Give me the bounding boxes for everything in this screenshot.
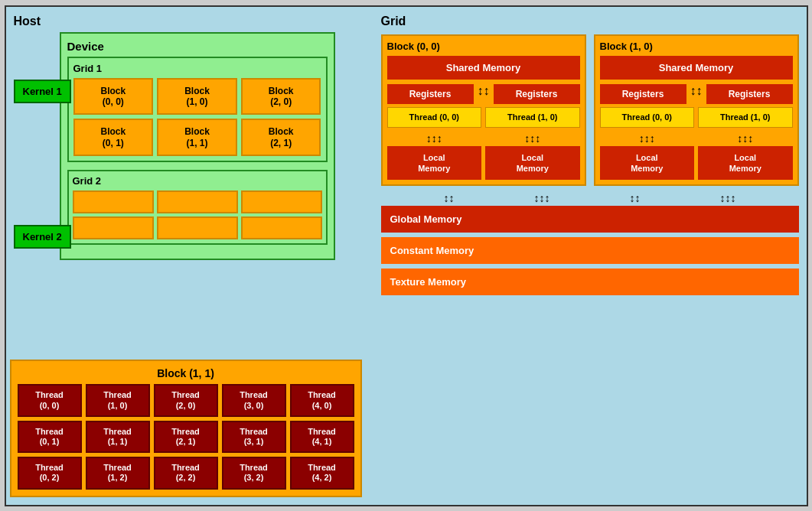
global-memory-bar: Global Memory [381,206,799,233]
thread-10: Thread(1, 0) [86,384,150,416]
thread-20: Thread(2, 0) [154,384,218,416]
thread-11: Thread(1, 1) [86,421,150,453]
arrow-reg-10: ↕↕ [690,84,703,104]
register-00-b: Registers [494,84,580,104]
block-10-title: Block (1, 0) [600,41,793,52]
texture-memory-bar: Texture Memory [381,269,799,295]
registers-row-10: Registers ↕↕ Registers [600,84,793,104]
block-11: Block(1, 1) [157,119,237,156]
register-10-a: Registers [600,84,686,104]
block-area-10: Block (1, 0) Shared Memory Registers ↕↕ … [594,34,799,187]
g2-b3 [241,190,322,213]
host-title: Host [14,15,366,28]
device-title: Device [67,40,328,53]
big-block-title: Block (1, 1) [18,367,354,379]
thread-box-00-a: Thread (0, 0) [387,107,482,128]
local-mem-00-b: LocalMemory [485,146,580,181]
register-10-b: Registers [706,84,793,104]
arrow-down-10-a: ↕↕↕ [639,132,655,145]
global-arrows-row: ↕↕ ↕↕↕ ↕↕ ↕↕↕ [381,192,799,206]
thread-41: Thread(4, 1) [290,421,354,453]
texture-memory-label: Texture Memory [390,276,466,288]
thread-42: Thread(4, 2) [290,457,354,489]
right-panel: Grid Block (0, 0) Shared Memory Register… [373,7,807,505]
local-mem-row-10: LocalMemory LocalMemory [600,146,793,181]
grid-title-right: Grid [381,15,799,28]
thread-30: Thread(3, 0) [222,384,286,416]
kernel1-label: Kernel 1 [23,86,62,97]
shared-memory-10: Shared Memory [600,56,793,80]
kernel1-box: Kernel 1 [14,80,71,103]
block-00: Block(0, 0) [73,78,154,116]
g2-b4 [73,216,154,239]
left-panel: Host Kernel 1 Kernel 2 Device Grid 1 Blo… [6,7,373,505]
shared-memory-00: Shared Memory [387,56,580,80]
main-container: Host Kernel 1 Kernel 2 Device Grid 1 Blo… [5,5,808,506]
thread-31: Thread(3, 1) [222,421,286,453]
arrow-reg-00: ↕↕ [478,84,490,104]
big-block-container: Block (1, 1) Thread(0, 0) Thread(1, 0) T… [10,360,362,496]
thread-12: Thread(1, 2) [86,457,150,489]
kernel2-box: Kernel 2 [14,225,71,249]
grid1-block-grid: Block(0, 0) Block(1, 0) Block(2, 0) Bloc… [73,78,321,157]
g2-b5 [157,216,238,239]
thread-box-10-b: Thread (1, 0) [698,107,793,128]
thread-grid: Thread(0, 0) Thread(1, 0) Thread(2, 0) T… [18,384,354,489]
grid2-block-grid [73,190,322,239]
thread-21: Thread(2, 1) [154,421,218,453]
local-mem-10-a: LocalMemory [600,146,695,181]
block-21: Block(2, 1) [241,119,321,156]
local-mem-10-b: LocalMemory [698,146,793,181]
thread-32: Thread(3, 2) [222,457,286,489]
block-00-title: Block (0, 0) [387,41,580,52]
thread-40: Thread(4, 0) [290,384,354,416]
thread-02: Thread(0, 2) [18,457,82,489]
thread-box-00-b: Thread (1, 0) [485,107,580,128]
block-20: Block(2, 0) [241,78,321,116]
grid1-title: Grid 1 [73,63,321,74]
arrow-down-10-b: ↕↕↕ [737,132,753,145]
grid-area: Block (0, 0) Shared Memory Registers ↕↕ … [381,34,799,187]
thread-00: Thread(0, 0) [18,384,82,416]
device-box: Device Grid 1 Block(0, 0) Block(1, 0) Bl… [60,32,335,261]
grid2-box: Grid 2 [67,170,328,245]
global-memory-label: Global Memory [390,213,462,225]
g2-b6 [241,216,322,239]
block-area-00: Block (0, 0) Shared Memory Registers ↕↕ … [381,34,586,187]
local-mem-00-a: LocalMemory [387,146,482,181]
local-mem-row-00: LocalMemory LocalMemory [387,146,580,181]
grid1-box: Grid 1 Block(0, 0) Block(1, 0) Block(2, … [67,57,328,163]
grid2-title: Grid 2 [73,175,322,187]
thread-box-10-a: Thread (0, 0) [600,107,695,128]
constant-memory-label: Constant Memory [390,245,474,256]
block-10: Block(1, 0) [157,78,237,116]
kernel2-label: Kernel 2 [23,231,62,242]
registers-row-00: Registers ↕↕ Registers [387,84,580,104]
block-01: Block(0, 1) [73,119,154,156]
thread-22: Thread(2, 2) [154,457,218,489]
thread-01: Thread(0, 1) [18,421,82,453]
constant-memory-bar: Constant Memory [381,237,799,264]
thread-row-10: Thread (0, 0) Thread (1, 0) [600,107,793,128]
arrow-down-00-a: ↕↕↕ [426,132,442,145]
g2-b1 [73,190,154,213]
thread-row-00: Thread (0, 0) Thread (1, 0) [387,107,580,128]
arrow-down-00-b: ↕↕↕ [524,132,540,145]
register-00-a: Registers [387,84,474,104]
g2-b2 [157,190,238,213]
